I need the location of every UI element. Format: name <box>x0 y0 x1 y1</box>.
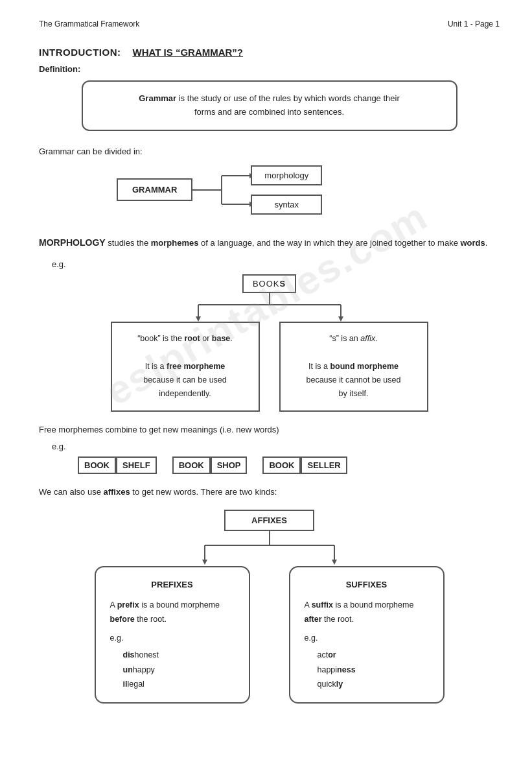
prefixes-eg: e.g. <box>110 632 235 645</box>
definition-label: Definition: <box>39 64 500 74</box>
syntax-branch: syntax <box>251 195 322 215</box>
suffixes-description: A suffix is a bound morpheme after the r… <box>305 598 429 626</box>
grammar-arrows-svg <box>192 164 251 216</box>
grammar-box: GRAMMAR <box>117 178 192 201</box>
seller-part: SELLER <box>301 456 347 474</box>
s-affix-box: “s” is an affix. It is a bound morphemeb… <box>279 322 428 411</box>
book-part-2: BOOK <box>172 456 211 474</box>
intro-title-text: WHAT IS “GRAMMAR”? <box>133 47 244 58</box>
books-info-row: “book” is the root or base. It is a free… <box>111 322 428 411</box>
shop-part: SHOP <box>211 456 248 474</box>
affixes-branches: PREFIXES A prefix is a bound morpheme be… <box>95 566 445 703</box>
svg-marker-20 <box>332 560 337 565</box>
compound-examples: BOOK SHELF BOOK SHOP BOOK SELLER <box>78 456 500 474</box>
morphology-bold: MORPHOLOGY <box>39 237 106 248</box>
books-arrows-svg <box>146 293 393 319</box>
shelf-part: SHELF <box>116 456 157 474</box>
page-header: The Grammatical Framework Unit 1 - Page … <box>39 19 500 29</box>
svg-marker-17 <box>202 560 207 565</box>
suffixes-eg: e.g. <box>305 632 429 645</box>
eg-label-1: e.g. <box>52 259 500 269</box>
compound-bookseller: BOOK SELLER <box>262 456 347 474</box>
affixes-diagram: AFFIXES PREFIXES A prefix is a bound mor… <box>39 510 500 703</box>
prefixes-title: PREFIXES <box>110 578 235 592</box>
book-root-box: “book” is the root or base. It is a free… <box>111 322 260 411</box>
affixes-box: AFFIXES <box>224 510 314 531</box>
svg-marker-13 <box>338 316 343 322</box>
book-part-3: BOOK <box>262 456 301 474</box>
definition-text: Grammar is the study or use of the rules… <box>139 93 400 117</box>
svg-marker-10 <box>196 316 201 322</box>
header-left: The Grammatical Framework <box>39 19 139 29</box>
intro-label: INTRODUCTION: <box>39 47 121 58</box>
suffixes-box: SUFFIXES A suffix is a bound morpheme af… <box>289 566 445 703</box>
header-right: Unit 1 - Page 1 <box>448 19 500 29</box>
branch-labels: morphology syntax <box>251 165 322 215</box>
compound-bookshop: BOOK SHOP <box>172 456 248 474</box>
grammar-divided-text: Grammar can be divided in: <box>39 147 500 156</box>
morphology-section: MORPHOLOGY studies the morphemes of a la… <box>39 235 500 251</box>
suffixes-title: SUFFIXES <box>305 578 429 592</box>
book-part-1: BOOK <box>78 456 116 474</box>
compound-bookshelf: BOOK SHELF <box>78 456 157 474</box>
prefixes-description: A prefix is a bound morpheme before the … <box>110 598 235 626</box>
books-box: BOOKS <box>242 274 296 293</box>
definition-box: Grammar is the study or use of the rules… <box>82 80 457 131</box>
affixes-intro-text: We can also use affixes to get new words… <box>39 486 500 499</box>
eg-label-2: e.g. <box>52 442 500 451</box>
free-morphemes-text: Free morphemes combine to get new meanin… <box>39 423 500 437</box>
suffixes-examples: actor happiness quickly <box>318 648 429 692</box>
intro-title-row: INTRODUCTION: WHAT IS “GRAMMAR”? <box>39 47 500 58</box>
affixes-arrows-svg <box>140 531 399 563</box>
prefixes-box: PREFIXES A prefix is a bound morpheme be… <box>95 566 250 703</box>
morphology-branch: morphology <box>251 165 322 185</box>
prefixes-examples: dishonest unhappy illegal <box>123 648 235 692</box>
books-diagram: BOOKS “book” is the root or base. It is … <box>39 274 500 411</box>
morphology-text: studies the morphemes of a language, and… <box>108 238 487 248</box>
